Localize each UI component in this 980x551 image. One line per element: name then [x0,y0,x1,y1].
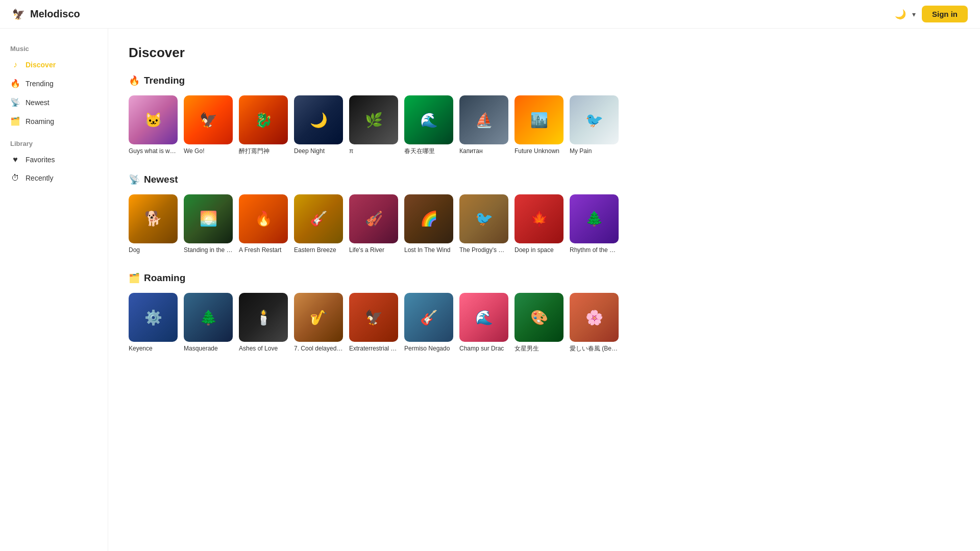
music-card-title: 愛しい春風 (Belove... [570,345,619,353]
section-header-trending: 🔥Trending [129,75,960,86]
music-card-title: Lost In The Wind [404,246,453,255]
section-title-roaming: Roaming [144,272,185,284]
music-card-title: Extraterrestrial Love [349,345,398,353]
signin-button[interactable]: Sign in [922,6,968,22]
music-card[interactable]: 🐉醉打蔫門神 [239,95,288,156]
section-trending: 🔥Trending🐱Guys what is wron...🦅We Go!🐉醉打… [129,75,960,156]
music-card[interactable]: 🐦My Pain [570,95,619,156]
sidebar-item-newest[interactable]: 📡 Newest [0,93,108,112]
music-card-thumbnail: 🎷 [294,293,343,342]
music-card[interactable]: 🔥A Fresh Restart [239,194,288,255]
heart-icon: ♥ [10,155,20,164]
music-card[interactable]: 🦅We Go! [184,95,233,156]
music-card-title: We Go! [184,147,233,156]
music-card-thumbnail: 🌲 [570,194,619,243]
music-card-thumbnail: 🌸 [570,293,619,342]
main-content: Discover 🔥Trending🐱Guys what is wron...🦅… [108,29,980,551]
newest-section-icon: 📡 [129,174,140,185]
section-title-newest: Newest [144,174,178,185]
music-card-title: A Fresh Restart [239,246,288,255]
section-title-trending: Trending [144,75,185,86]
sidebar-item-label: Recently [26,174,53,182]
music-card-thumbnail: 🐕 [129,194,178,243]
music-card-thumbnail: ⚙️ [129,293,178,342]
music-card-thumbnail: 🦅 [184,95,233,144]
music-card[interactable]: 🎨女星男生 [514,293,564,353]
music-card-thumbnail: 🍁 [514,194,564,243]
music-card[interactable]: 🐕Dog [129,194,178,255]
music-card-title: 女星男生 [514,345,564,353]
header-dropdown-button[interactable]: ▾ [912,10,916,18]
sidebar-item-label: Trending [26,80,54,88]
sidebar-item-favorites[interactable]: ♥ Favorites [0,151,108,169]
music-card[interactable]: 🌙Deep Night [294,95,343,156]
music-card[interactable]: 🎷7. Cool delayed kick [294,293,343,353]
music-card-thumbnail: 🐦 [459,194,508,243]
sidebar-item-label: Favorites [26,156,55,164]
logo-icon: 🦅 [12,8,25,20]
theme-toggle-button[interactable]: 🌙 [895,9,906,20]
page-title: Discover [129,45,960,61]
newest-icon: 📡 [10,97,20,107]
sidebar-library-section-title: Library [0,131,108,151]
app-name: Melodisco [30,8,80,20]
sidebar-item-trending[interactable]: 🔥 Trending [0,74,108,93]
music-card[interactable]: ⚙️Keyence [129,293,178,353]
music-card-title: Eastern Breeze [294,246,343,255]
music-card-title: 醉打蔫門神 [239,147,288,156]
sidebar: Music ♪ Discover 🔥 Trending 📡 Newest 🗂️ … [0,0,108,551]
music-card[interactable]: 🌿π [349,95,398,156]
music-grid-roaming: ⚙️Keyence🌲Masquerade🕯️Ashes of Love🎷7. C… [129,293,960,353]
music-card[interactable]: 🦅Extraterrestrial Love [349,293,398,353]
music-card[interactable]: 🐦The Prodigy's Sym... [459,194,508,255]
music-card-title: Ashes of Love [239,345,288,353]
section-header-roaming: 🗂️Roaming [129,272,960,284]
music-card[interactable]: ⛵Капитан [459,95,508,156]
music-card[interactable]: 🌈Lost In The Wind [404,194,453,255]
music-card[interactable]: 🌲Rhythm of the Night [570,194,619,255]
music-card-thumbnail: 🏙️ [514,95,564,144]
music-card-thumbnail: 🐉 [239,95,288,144]
section-newest: 📡Newest🐕Dog🌅Standing in the pro...🔥A Fre… [129,174,960,255]
music-grid-newest: 🐕Dog🌅Standing in the pro...🔥A Fresh Rest… [129,194,960,255]
music-grid-trending: 🐱Guys what is wron...🦅We Go!🐉醉打蔫門神🌙Deep … [129,95,960,156]
music-card-title: Guys what is wron... [129,147,178,156]
music-card-thumbnail: 🌲 [184,293,233,342]
music-card[interactable]: 🕯️Ashes of Love [239,293,288,353]
music-card[interactable]: 🌊Champ sur Drac [459,293,508,353]
music-card[interactable]: 🌊春天在哪里 [404,95,453,156]
music-card-title: The Prodigy's Sym... [459,246,508,255]
sidebar-item-recently[interactable]: ⏱ Recently [0,169,108,187]
sidebar-item-label: Newest [26,98,50,107]
music-card[interactable]: 🐱Guys what is wron... [129,95,178,156]
sidebar-item-roaming[interactable]: 🗂️ Roaming [0,112,108,131]
music-card[interactable]: 🎻Life's a River [349,194,398,255]
music-card[interactable]: 🎸Permiso Negado [404,293,453,353]
music-card-thumbnail: 🐱 [129,95,178,144]
header-right: 🌙 ▾ Sign in [895,6,968,22]
music-card-thumbnail: ⛵ [459,95,508,144]
music-card[interactable]: 🏙️Future Unknown [514,95,564,156]
chevron-down-icon: ▾ [912,10,916,18]
music-card-title: Капитан [459,147,508,156]
music-card-title: Masquerade [184,345,233,353]
music-note-icon: ♪ [10,60,20,69]
music-card[interactable]: 🎸Eastern Breeze [294,194,343,255]
music-card-title: π [349,147,398,156]
music-card[interactable]: 🌸愛しい春風 (Belove... [570,293,619,353]
sidebar-music-section-title: Music [0,36,108,56]
trending-icon: 🔥 [10,79,20,88]
music-card-title: Life's a River [349,246,398,255]
music-card-title: Rhythm of the Night [570,246,619,255]
music-card-title: 7. Cool delayed kick [294,345,343,353]
sidebar-item-label: Roaming [26,117,54,126]
music-card[interactable]: 🌲Masquerade [184,293,233,353]
section-header-newest: 📡Newest [129,174,960,185]
music-card-thumbnail: 🎸 [294,194,343,243]
music-card[interactable]: 🍁Doep in space [514,194,564,255]
app-logo[interactable]: 🦅 Melodisco [12,8,80,20]
music-card[interactable]: 🌅Standing in the pro... [184,194,233,255]
music-card-thumbnail: 🌿 [349,95,398,144]
sidebar-item-discover[interactable]: ♪ Discover [0,56,108,74]
music-card-thumbnail: 🎸 [404,293,453,342]
